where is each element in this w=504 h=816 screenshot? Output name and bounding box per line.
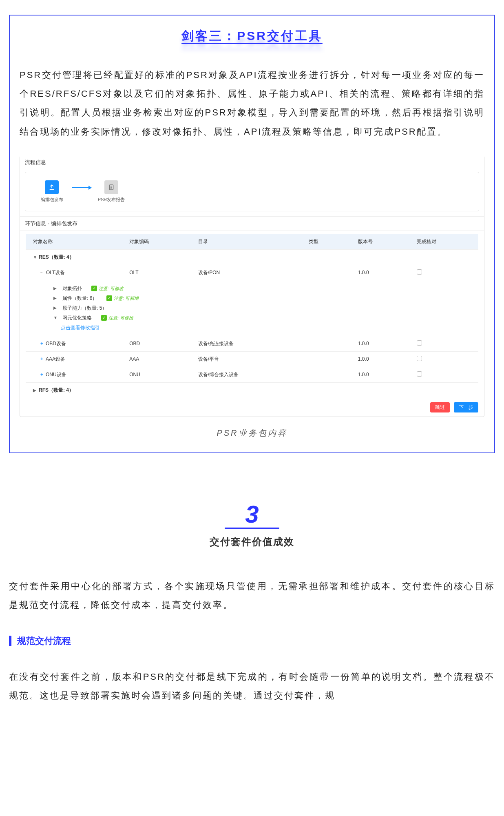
cell-ver: 1.0.0 xyxy=(351,265,410,280)
table-row[interactable]: +ONU设备 ONU 设备/综合接入设备 1.0.0 xyxy=(26,367,478,382)
hint-badge: 注意: 可修改 xyxy=(91,284,124,293)
caret-right-icon: ▶ xyxy=(53,304,57,312)
col-ver: 版本号 xyxy=(351,234,410,250)
subitem-label: 对象拓扑 xyxy=(62,284,82,293)
section-number: 3 xyxy=(225,502,279,529)
done-checkbox[interactable] xyxy=(417,371,422,377)
cell-dir: 设备/综合接入设备 xyxy=(191,367,302,382)
upload-icon xyxy=(45,180,59,194)
subheading: 规范交付流程 xyxy=(9,635,495,647)
done-checkbox[interactable] xyxy=(417,340,422,346)
flow-node-label: 编排包发布 xyxy=(41,197,63,203)
cell-dir: 设备/平台 xyxy=(191,351,302,367)
col-dir: 目录 xyxy=(191,234,302,250)
cell-name: AAA设备 xyxy=(46,356,65,362)
flow-node-report[interactable]: PSR发布报告 xyxy=(97,180,126,203)
figure-caption: PSR业务包内容 xyxy=(20,428,484,439)
subitem-label: 原子能力（数量: 5） xyxy=(62,303,107,313)
flow-node-label: PSR发布报告 xyxy=(98,197,125,203)
rfs-group-label: RFS（数量: 4） xyxy=(39,387,74,393)
hint-badge: 注意: 可修改 xyxy=(101,313,133,322)
plus-icon[interactable]: + xyxy=(40,341,43,346)
list-item[interactable]: ▶对象拓扑 注意: 可修改 xyxy=(53,284,471,293)
cell-type xyxy=(301,367,350,382)
cell-type xyxy=(301,265,350,280)
list-item[interactable]: ▼网元优化策略 注意: 可修改 xyxy=(53,313,471,323)
col-code: 对象编码 xyxy=(122,234,191,250)
cell-code: OLT xyxy=(122,265,191,280)
next-button[interactable]: 下一步 xyxy=(454,402,478,412)
hint-badge: 注意: 可新增 xyxy=(106,294,139,303)
guide-link[interactable]: 点击查看修改指引 xyxy=(61,323,100,333)
flow-node-publish[interactable]: 编排包发布 xyxy=(38,180,66,203)
table-row[interactable]: +OBD设备 OBD 设备/光连接设备 1.0.0 xyxy=(26,336,478,351)
section-number-wrap: 3 xyxy=(0,502,504,529)
caret-down-icon: ▼ xyxy=(33,255,37,259)
cell-code: ONU xyxy=(122,367,191,382)
psr-tool-card: 剑客三：PSR交付工具 PSR交付管理将已经配置好的标准的PSR对象及API流程… xyxy=(9,15,495,453)
minus-icon[interactable]: − xyxy=(40,271,44,275)
res-group-label: RES（数量: 4） xyxy=(39,254,74,260)
list-item[interactable]: ▶原子能力（数量: 5） xyxy=(53,303,471,313)
subitem-label: 属性（数量: 6） xyxy=(62,293,97,303)
table-header-row: 对象名称 对象编码 目录 类型 版本号 完成核对 xyxy=(26,234,478,250)
flow-info-title: 流程信息 xyxy=(20,156,484,169)
accent-bar-icon xyxy=(9,636,11,646)
done-checkbox[interactable] xyxy=(417,356,422,361)
caret-down-icon: ▼ xyxy=(53,314,57,322)
plus-icon[interactable]: + xyxy=(40,372,43,377)
col-done: 完成核对 xyxy=(409,234,478,250)
table-row[interactable]: ▼RES（数量: 4） xyxy=(26,249,478,265)
done-checkbox[interactable] xyxy=(417,269,422,275)
cell-code: OBD xyxy=(122,336,191,351)
footer-actions: 跳过 下一步 xyxy=(20,398,484,417)
cell-name: OBD设备 xyxy=(46,341,66,346)
list-item[interactable]: ▶属性（数量: 6） 注意: 可新增 xyxy=(53,293,471,303)
card-title: 剑客三：PSR交付工具 xyxy=(20,28,484,44)
table-row[interactable]: ▶RFS（数量: 4） xyxy=(26,382,478,398)
objects-table: 对象名称 对象编码 目录 类型 版本号 完成核对 ▼RES（数量: 4） −OL… xyxy=(26,234,478,398)
table-row: ▶对象拓扑 注意: 可修改 ▶属性（数量: 6） 注意: 可新增 ▶原子能力（数… xyxy=(26,280,478,336)
cell-type xyxy=(301,351,350,367)
sub-list: ▶对象拓扑 注意: 可修改 ▶属性（数量: 6） 注意: 可新增 ▶原子能力（数… xyxy=(33,284,471,333)
embedded-screenshot: 流程信息 编排包发布 PSR发布报告 环节信息 - 编排包发布 对象名称 xyxy=(20,156,484,417)
cell-dir: 设备/光连接设备 xyxy=(191,336,302,351)
cell-ver: 1.0.0 xyxy=(351,336,410,351)
skip-button[interactable]: 跳过 xyxy=(430,402,450,412)
subheading-text: 规范交付流程 xyxy=(17,635,71,647)
section-paragraph: 交付套件采用中心化的部署方式，各个实施现场只管使用，无需承担部署和维护成本。交付… xyxy=(9,577,495,614)
cell-name: ONU设备 xyxy=(46,372,66,377)
caret-right-icon: ▶ xyxy=(53,284,57,293)
table-row[interactable]: −OLT设备 OLT 设备/PON 1.0.0 xyxy=(26,265,478,280)
section-title: 交付套件价值成效 xyxy=(0,535,504,548)
cell-dir: 设备/PON xyxy=(191,265,302,280)
cell-name: OLT设备 xyxy=(46,270,65,275)
cell-ver: 1.0.0 xyxy=(351,367,410,382)
subitem-label: 网元优化策略 xyxy=(62,313,92,323)
caret-right-icon: ▶ xyxy=(53,294,57,302)
stage-subhead: 环节信息 - 编排包发布 xyxy=(20,216,484,231)
section-paragraph-2: 在没有交付套件之前，版本和PSR的交付都是线下完成的，有时会随带一份简单的说明文… xyxy=(9,667,495,705)
cell-ver: 1.0.0 xyxy=(351,351,410,367)
cell-type xyxy=(301,336,350,351)
flow-diagram: 编排包发布 PSR发布报告 xyxy=(25,172,479,211)
card-paragraph: PSR交付管理将已经配置好的标准的PSR对象及API流程按业务进行拆分，针对每一… xyxy=(20,66,484,141)
cell-code: AAA xyxy=(122,351,191,367)
list-item[interactable]: 点击查看修改指引 xyxy=(53,323,471,333)
caret-right-icon: ▶ xyxy=(33,388,37,392)
col-name: 对象名称 xyxy=(26,234,122,250)
table-row[interactable]: +AAA设备 AAA 设备/平台 1.0.0 xyxy=(26,351,478,367)
flow-arrow-icon xyxy=(72,187,91,188)
plus-icon[interactable]: + xyxy=(40,356,43,362)
col-type: 类型 xyxy=(301,234,350,250)
document-icon xyxy=(104,180,118,194)
